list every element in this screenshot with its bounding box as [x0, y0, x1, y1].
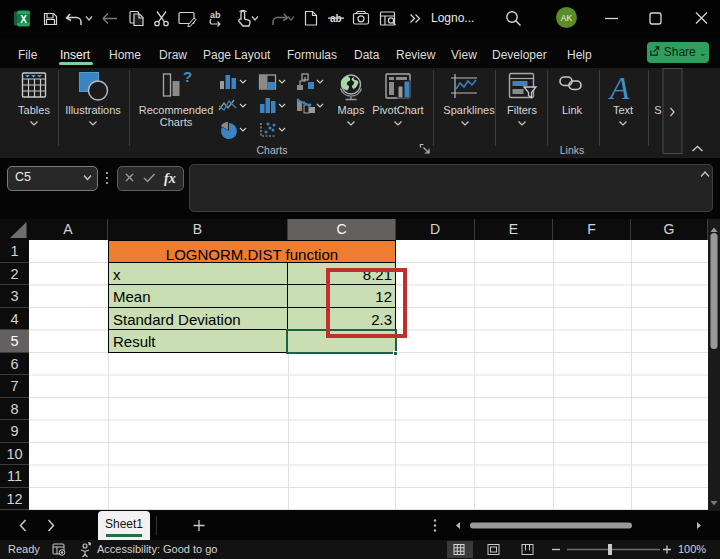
- svg-text:AK: AK: [561, 13, 573, 23]
- svg-text:ab: ab: [210, 10, 221, 20]
- svg-text:fx: fx: [164, 171, 176, 186]
- svg-text:X: X: [20, 14, 27, 25]
